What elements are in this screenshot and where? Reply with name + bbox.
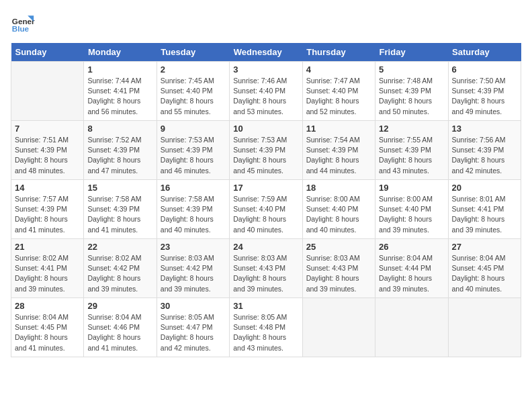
day-info: Sunrise: 7:55 AMSunset: 4:39 PMDaylight:… (379, 135, 444, 176)
day-info: Sunrise: 7:53 AMSunset: 4:39 PMDaylight:… (161, 135, 226, 176)
day-number: 7 (15, 124, 80, 134)
calendar-cell: 24Sunrise: 8:03 AMSunset: 4:43 PMDayligh… (230, 239, 302, 298)
day-info: Sunrise: 7:58 AMSunset: 4:39 PMDaylight:… (161, 194, 226, 235)
calendar-week-row: 21Sunrise: 8:02 AMSunset: 4:41 PMDayligh… (11, 239, 521, 298)
day-info: Sunrise: 8:05 AMSunset: 4:47 PMDaylight:… (161, 312, 226, 353)
day-number: 9 (161, 124, 226, 134)
calendar-cell: 29Sunrise: 8:04 AMSunset: 4:46 PMDayligh… (84, 298, 157, 357)
day-info: Sunrise: 7:56 AMSunset: 4:39 PMDaylight:… (452, 135, 517, 176)
day-info: Sunrise: 7:44 AMSunset: 4:41 PMDaylight:… (87, 76, 152, 117)
day-number: 19 (379, 183, 444, 193)
calendar-cell: 9Sunrise: 7:53 AMSunset: 4:39 PMDaylight… (157, 121, 229, 180)
col-monday: Monday (84, 43, 157, 62)
day-info: Sunrise: 7:46 AMSunset: 4:40 PMDaylight:… (233, 76, 298, 117)
day-info: Sunrise: 8:02 AMSunset: 4:41 PMDaylight:… (15, 253, 80, 294)
calendar-cell: 17Sunrise: 7:59 AMSunset: 4:40 PMDayligh… (230, 180, 302, 239)
day-number: 3 (233, 64, 298, 75)
day-info: Sunrise: 7:54 AMSunset: 4:39 PMDaylight:… (306, 135, 371, 176)
day-info: Sunrise: 8:04 AMSunset: 4:46 PMDaylight:… (87, 312, 152, 353)
calendar-cell: 4Sunrise: 7:47 AMSunset: 4:40 PMDaylight… (302, 62, 375, 121)
day-info: Sunrise: 7:47 AMSunset: 4:40 PMDaylight:… (306, 76, 371, 117)
day-number: 11 (306, 124, 371, 134)
day-info: Sunrise: 8:03 AMSunset: 4:43 PMDaylight:… (306, 253, 371, 294)
calendar-cell: 16Sunrise: 7:58 AMSunset: 4:39 PMDayligh… (157, 180, 229, 239)
day-info: Sunrise: 7:53 AMSunset: 4:39 PMDaylight:… (233, 135, 298, 176)
day-number: 1 (87, 64, 152, 75)
day-info: Sunrise: 8:00 AMSunset: 4:40 PMDaylight:… (379, 194, 444, 235)
calendar-cell: 6Sunrise: 7:50 AMSunset: 4:39 PMDaylight… (448, 62, 521, 121)
calendar-cell: 7Sunrise: 7:51 AMSunset: 4:39 PMDaylight… (11, 121, 84, 180)
day-info: Sunrise: 8:02 AMSunset: 4:42 PMDaylight:… (87, 253, 152, 294)
calendar-cell: 25Sunrise: 8:03 AMSunset: 4:43 PMDayligh… (302, 239, 375, 298)
day-number: 12 (379, 124, 444, 134)
header-row: Sunday Monday Tuesday Wednesday Thursday… (11, 43, 521, 62)
calendar-cell (375, 298, 448, 357)
calendar-cell: 27Sunrise: 8:04 AMSunset: 4:45 PMDayligh… (448, 239, 521, 298)
calendar-cell: 26Sunrise: 8:04 AMSunset: 4:44 PMDayligh… (375, 239, 448, 298)
col-wednesday: Wednesday (230, 43, 302, 62)
day-number: 30 (161, 301, 226, 311)
calendar-cell: 1Sunrise: 7:44 AMSunset: 4:41 PMDaylight… (84, 62, 157, 121)
calendar-week-row: 14Sunrise: 7:57 AMSunset: 4:39 PMDayligh… (11, 180, 521, 239)
col-tuesday: Tuesday (157, 43, 229, 62)
page-header: General Blue (11, 11, 521, 35)
calendar-cell: 31Sunrise: 8:05 AMSunset: 4:48 PMDayligh… (230, 298, 302, 357)
calendar-cell: 13Sunrise: 7:56 AMSunset: 4:39 PMDayligh… (448, 121, 521, 180)
calendar-cell: 10Sunrise: 7:53 AMSunset: 4:39 PMDayligh… (230, 121, 302, 180)
calendar-cell: 8Sunrise: 7:52 AMSunset: 4:39 PMDaylight… (84, 121, 157, 180)
calendar-week-row: 1Sunrise: 7:44 AMSunset: 4:41 PMDaylight… (11, 62, 521, 121)
day-number: 13 (452, 124, 517, 134)
day-number: 20 (452, 183, 517, 193)
svg-text:Blue: Blue (12, 24, 30, 33)
calendar-cell: 21Sunrise: 8:02 AMSunset: 4:41 PMDayligh… (11, 239, 84, 298)
calendar-cell: 19Sunrise: 8:00 AMSunset: 4:40 PMDayligh… (375, 180, 448, 239)
logo: General Blue (11, 11, 35, 35)
day-info: Sunrise: 7:58 AMSunset: 4:39 PMDaylight:… (87, 194, 152, 235)
calendar-cell: 20Sunrise: 8:01 AMSunset: 4:41 PMDayligh… (448, 180, 521, 239)
day-info: Sunrise: 8:04 AMSunset: 4:44 PMDaylight:… (379, 253, 444, 294)
day-info: Sunrise: 7:51 AMSunset: 4:39 PMDaylight:… (15, 135, 80, 176)
day-info: Sunrise: 8:00 AMSunset: 4:40 PMDaylight:… (306, 194, 371, 235)
calendar-header: Sunday Monday Tuesday Wednesday Thursday… (11, 43, 521, 62)
day-number: 29 (87, 301, 152, 311)
col-saturday: Saturday (448, 43, 521, 62)
day-number: 5 (379, 64, 444, 75)
calendar-cell (302, 298, 375, 357)
day-number: 4 (306, 64, 371, 75)
day-number: 31 (233, 301, 298, 311)
calendar-cell: 22Sunrise: 8:02 AMSunset: 4:42 PMDayligh… (84, 239, 157, 298)
calendar-body: 1Sunrise: 7:44 AMSunset: 4:41 PMDaylight… (11, 62, 521, 357)
calendar-cell: 23Sunrise: 8:03 AMSunset: 4:42 PMDayligh… (157, 239, 229, 298)
day-info: Sunrise: 7:52 AMSunset: 4:39 PMDaylight:… (87, 135, 152, 176)
day-info: Sunrise: 8:03 AMSunset: 4:43 PMDaylight:… (233, 253, 298, 294)
calendar-cell: 14Sunrise: 7:57 AMSunset: 4:39 PMDayligh… (11, 180, 84, 239)
day-number: 14 (15, 183, 80, 193)
day-number: 27 (452, 242, 517, 252)
calendar-week-row: 28Sunrise: 8:04 AMSunset: 4:45 PMDayligh… (11, 298, 521, 357)
day-info: Sunrise: 7:59 AMSunset: 4:40 PMDaylight:… (233, 194, 298, 235)
day-number: 18 (306, 183, 371, 193)
day-number: 26 (379, 242, 444, 252)
col-sunday: Sunday (11, 43, 84, 62)
day-number: 8 (87, 124, 152, 134)
day-number: 17 (233, 183, 298, 193)
day-number: 23 (161, 242, 226, 252)
day-number: 21 (15, 242, 80, 252)
calendar-cell: 3Sunrise: 7:46 AMSunset: 4:40 PMDaylight… (230, 62, 302, 121)
calendar-cell: 12Sunrise: 7:55 AMSunset: 4:39 PMDayligh… (375, 121, 448, 180)
day-number: 6 (452, 64, 517, 75)
day-info: Sunrise: 8:04 AMSunset: 4:45 PMDaylight:… (15, 312, 80, 353)
day-number: 10 (233, 124, 298, 134)
day-number: 24 (233, 242, 298, 252)
day-number: 28 (15, 301, 80, 311)
calendar-cell: 5Sunrise: 7:48 AMSunset: 4:39 PMDaylight… (375, 62, 448, 121)
col-friday: Friday (375, 43, 448, 62)
calendar-cell: 11Sunrise: 7:54 AMSunset: 4:39 PMDayligh… (302, 121, 375, 180)
calendar-cell: 28Sunrise: 8:04 AMSunset: 4:45 PMDayligh… (11, 298, 84, 357)
day-number: 16 (161, 183, 226, 193)
day-info: Sunrise: 8:05 AMSunset: 4:48 PMDaylight:… (233, 312, 298, 353)
calendar-table: Sunday Monday Tuesday Wednesday Thursday… (11, 43, 521, 357)
calendar-cell (11, 62, 84, 121)
calendar-cell: 30Sunrise: 8:05 AMSunset: 4:47 PMDayligh… (157, 298, 229, 357)
day-info: Sunrise: 8:03 AMSunset: 4:42 PMDaylight:… (161, 253, 226, 294)
